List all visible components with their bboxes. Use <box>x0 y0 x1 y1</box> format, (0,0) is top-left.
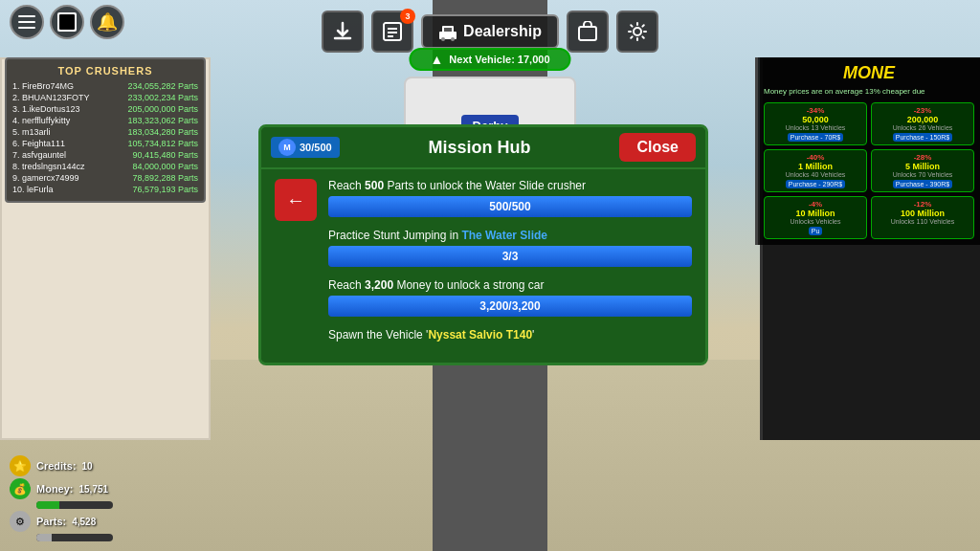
crusher-row-10: 10. leFurla 76,579,193 Parts <box>12 184 198 195</box>
money-item-4: -28% 5 Million Unlocks 70 Vehicles Purch… <box>871 149 974 192</box>
credits-icon: ⭐ <box>10 455 31 476</box>
parts-bar <box>36 534 113 541</box>
crusher-row-5: 5. m13arli 183,034,280 Parts <box>12 126 198 138</box>
svg-point-12 <box>441 37 445 41</box>
money-value: 15,751 <box>79 484 109 495</box>
unlocks-6: Unlocks 110 Vehicles <box>875 218 970 225</box>
download-button[interactable] <box>322 11 364 53</box>
unlocks-5: Unlocks Vehicles <box>768 218 863 225</box>
money-item-5: -4% 10 Million Unlocks Vehicles Pu <box>764 196 867 239</box>
parts-icon: ⚙ <box>10 511 31 532</box>
inventory-button[interactable] <box>567 11 609 53</box>
money-panel-title: MONE <box>764 63 974 83</box>
money-item-3: -40% 1 Million Unlocks 40 Vehicles Purch… <box>764 149 867 192</box>
dealership-button[interactable]: Dealership <box>421 14 559 49</box>
svg-rect-11 <box>444 28 452 32</box>
vehicle-name: Nyssat Salvio T140 <box>428 328 532 342</box>
roblox-icon-button[interactable] <box>50 5 84 39</box>
crusher-row-2: 2. BHUAN123FOTY 233,002,234 Parts <box>12 92 198 103</box>
amount-4: 5 Million <box>875 162 970 171</box>
money-grid: -34% 50,000 Unlocks 13 Vehicles Purchase… <box>764 102 974 239</box>
missions-badge: 3 <box>400 9 415 24</box>
notification-button[interactable]: 🔔 <box>90 5 124 39</box>
mission-level-indicator: M 30/500 <box>271 137 340 158</box>
spawn-mission-item: Spawn the Vehicle 'Nyssat Salvio T140' <box>328 328 692 342</box>
missions-button[interactable]: 3 <box>371 11 413 53</box>
top-crushers-panel: TOP CRUSHERS 1. FireBro74MG 234,055,282 … <box>5 57 206 203</box>
mission-highlight-3: 3,200 <box>365 278 393 292</box>
amount-3: 1 Million <box>768 162 863 171</box>
money-note: Money prices are on average 13% cheaper … <box>764 87 974 97</box>
parts-bar-fill <box>36 534 52 541</box>
unlocks-3: Unlocks 40 Vehicles <box>768 171 863 178</box>
crusher-parts-6: 105,734,812 Parts <box>127 139 198 148</box>
crusher-parts-5: 183,034,280 Parts <box>127 127 198 137</box>
money-item-2: -23% 200,000 Unlocks 26 Vehicles Purchas… <box>871 102 974 145</box>
next-vehicle-arrow-icon: ▲ <box>430 52 443 67</box>
amount-6: 100 Million <box>875 209 970 218</box>
crusher-row-4: 4. nerffluffykitty 183,323,062 Parts <box>12 115 198 126</box>
toolbar-center: 3 Dealership <box>322 11 658 53</box>
mission-highlight-1: 500 <box>365 179 384 192</box>
dealership-label: Dealership <box>463 23 542 40</box>
crusher-parts-1: 234,055,282 Parts <box>127 81 198 91</box>
back-button[interactable]: ← <box>275 179 317 221</box>
purchase-btn-4[interactable]: Purchase - 390R$ <box>893 180 952 188</box>
svg-rect-2 <box>18 27 35 29</box>
credits-value: 10 <box>82 461 93 472</box>
money-bar <box>36 501 113 509</box>
progress-bar-3: 3,200/3,200 <box>328 296 692 317</box>
mission-desc-2: Practice Stunt Jumping in The Water Slid… <box>328 229 692 242</box>
discount-4: -28% <box>875 153 970 162</box>
settings-button[interactable] <box>616 11 658 53</box>
svg-point-15 <box>634 28 641 35</box>
purchase-btn-5[interactable]: Pu <box>809 227 823 235</box>
amount-5: 10 Million <box>768 209 863 218</box>
crusher-parts-10: 76,579,193 Parts <box>132 185 198 194</box>
close-button[interactable]: Close <box>619 133 696 162</box>
missions-list: Reach 500 Parts to unlock the Water Slid… <box>328 179 692 342</box>
purchase-btn-2[interactable]: Purchase - 150R$ <box>893 133 952 142</box>
purchase-btn-3[interactable]: Purchase - 290R$ <box>786 180 845 188</box>
spawn-mission-desc: Spawn the Vehicle 'Nyssat Salvio T140' <box>328 328 692 342</box>
credits-label: Credits: <box>36 460 77 472</box>
progress-bar-1: 500/500 <box>328 196 692 217</box>
mission-hub-modal[interactable]: M 30/500 Mission Hub Close ← Reach 500 P… <box>258 124 708 365</box>
top-crushers-title: TOP CRUSHERS <box>12 65 198 77</box>
discount-1: -34% <box>768 106 863 115</box>
crusher-name-3: 3. 1.ikeDortus123 <box>12 104 80 114</box>
crusher-name-10: 10. leFurla <box>12 185 54 194</box>
toolbar-left: 🔔 <box>10 5 124 39</box>
progress-bar-text-3: 3,200/3,200 <box>328 296 692 317</box>
mission-hub-header: M 30/500 Mission Hub Close <box>261 127 705 169</box>
unlocks-4: Unlocks 70 Vehicles <box>875 171 970 178</box>
crusher-name-2: 2. BHUAN123FOTY <box>12 93 90 102</box>
hud-money-row: 💰 Money: 15,751 <box>10 478 113 499</box>
crusher-row-1: 1. FireBro74MG 234,055,282 Parts <box>12 80 198 92</box>
svg-rect-1 <box>18 21 35 23</box>
money-icon: 💰 <box>10 478 31 499</box>
crusher-parts-3: 205,000,000 Parts <box>127 104 198 114</box>
mission-hub-body: ← Reach 500 Parts to unlock the Water Sl… <box>261 169 705 363</box>
progress-bar-text-2: 3/3 <box>328 246 692 267</box>
amount-1: 50,000 <box>768 115 863 124</box>
mission-level-text: 30/500 <box>300 142 332 153</box>
purchase-btn-1[interactable]: Purchase - 70R$ <box>788 133 844 142</box>
parts-label: Parts: <box>36 516 66 527</box>
parts-value: 4,528 <box>72 517 96 527</box>
level-icon: M <box>278 139 296 156</box>
hud-credits-row: ⭐ Credits: 10 <box>10 455 113 476</box>
money-panel: MONE Money prices are on average 13% che… <box>755 57 980 245</box>
progress-bar-text-1: 500/500 <box>328 196 692 217</box>
crusher-parts-7: 90,415,480 Parts <box>132 150 198 160</box>
money-item-1: -34% 50,000 Unlocks 13 Vehicles Purchase… <box>764 102 867 145</box>
crusher-parts-4: 183,323,062 Parts <box>127 116 198 125</box>
discount-6: -12% <box>875 200 970 209</box>
crusher-name-8: 8. tredslngsn144cz <box>12 162 85 171</box>
mission-item-1: Reach 500 Parts to unlock the Water Slid… <box>328 179 692 217</box>
crusher-name-1: 1. FireBro74MG <box>12 81 74 91</box>
menu-button[interactable] <box>10 5 44 39</box>
svg-rect-0 <box>18 15 35 17</box>
crusher-name-9: 9. gamercx74999 <box>12 173 79 183</box>
crusher-name-6: 6. Feighta111 <box>12 139 65 148</box>
